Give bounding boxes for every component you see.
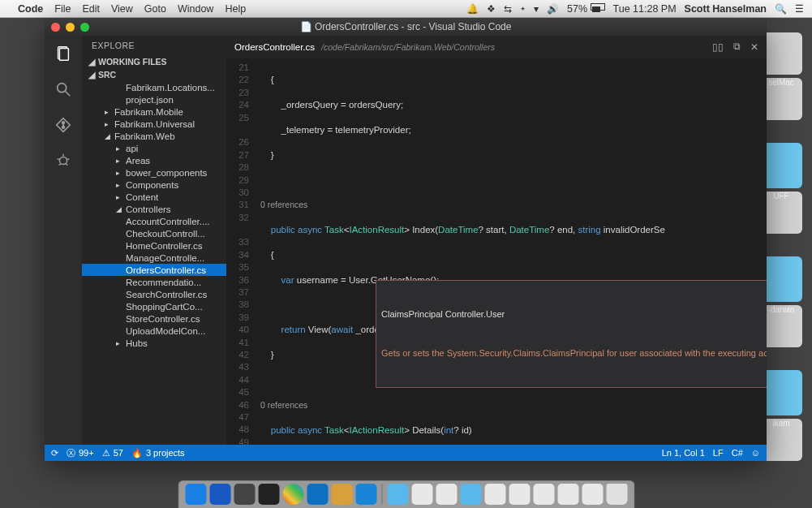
- file-item[interactable]: SearchController.cs: [82, 288, 226, 300]
- file-item[interactable]: Recommendatio...: [82, 276, 226, 288]
- dock-sublime-icon[interactable]: [331, 484, 352, 505]
- dock-finder-icon[interactable]: [185, 484, 206, 505]
- status-feedback-icon[interactable]: ☺: [751, 448, 760, 458]
- dock-doc-icon[interactable]: [436, 484, 457, 505]
- dock-folder-icon[interactable]: [387, 484, 408, 505]
- dock-doc-icon[interactable]: [411, 484, 432, 505]
- folder-item[interactable]: ▸Areas: [82, 154, 226, 166]
- status-warnings[interactable]: ⚠ 57: [102, 448, 123, 458]
- status-eol[interactable]: LF: [713, 448, 724, 458]
- battery-text[interactable]: 57%: [567, 2, 605, 15]
- dock-doc-icon[interactable]: [557, 484, 578, 505]
- volume-icon[interactable]: 🔊: [547, 3, 559, 15]
- tooltip-doc: Gets or sets the System.Security.Claims.…: [381, 347, 767, 359]
- menubar-app[interactable]: Code: [18, 3, 43, 15]
- sync-icon[interactable]: ⇆: [504, 3, 512, 15]
- file-item[interactable]: Fabrikam.Locations...: [82, 81, 226, 93]
- code-content[interactable]: { _ordersQuery = ordersQuery; _telemetry…: [256, 58, 767, 445]
- svg-rect-1: [59, 49, 68, 61]
- file-item[interactable]: ManageControlle...: [82, 252, 226, 264]
- notification-icon[interactable]: 🔔: [466, 3, 479, 15]
- file-item[interactable]: project.json: [82, 93, 226, 105]
- folder-item[interactable]: ▸api: [82, 142, 226, 154]
- dropbox-icon[interactable]: ❖: [487, 3, 496, 15]
- section-src[interactable]: ◢SRC: [82, 68, 226, 81]
- svg-line-11: [59, 164, 62, 166]
- git-icon[interactable]: [54, 115, 73, 135]
- file-item[interactable]: HomeController.cs: [82, 239, 226, 252]
- tab-active[interactable]: OrdersController.cs: [234, 42, 315, 52]
- menu-help[interactable]: Help: [225, 3, 246, 15]
- sidebar-title: EXPLORE: [82, 36, 226, 55]
- status-bar: ⟳ ⓧ 99+ ⚠ 57 🔥 3 projects Ln 1, Col 1 LF…: [45, 445, 767, 461]
- dock-vscode-icon[interactable]: [355, 484, 376, 505]
- dock-folder-icon[interactable]: [460, 484, 481, 505]
- folder-item[interactable]: ▸Components: [82, 179, 226, 191]
- dock-appstore-icon[interactable]: [209, 484, 230, 505]
- menu-edit[interactable]: Edit: [82, 3, 100, 15]
- vscode-window: 📄 OrdersController.cs - src - Visual Stu…: [45, 18, 767, 461]
- search-icon[interactable]: 🔍: [775, 3, 787, 15]
- minimize-icon[interactable]: [66, 23, 75, 32]
- sidebar: EXPLORE ◢WORKING FILES ◢SRC Fabrikam.Loc…: [82, 36, 226, 445]
- line-gutter: 2122232425262728293031323334353637383940…: [226, 58, 256, 445]
- tab-row: OrdersController.cs /code/Fabrikam/src/F…: [226, 36, 767, 58]
- folder-item[interactable]: ▸Fabrikam.Universal: [82, 118, 226, 130]
- maximize-icon[interactable]: [80, 23, 89, 32]
- editor: OrdersController.cs /code/Fabrikam/src/F…: [226, 36, 767, 445]
- section-working-files[interactable]: ◢WORKING FILES: [82, 55, 226, 68]
- file-item[interactable]: ShoppingCartCo...: [82, 300, 226, 312]
- mac-menubar[interactable]: Code File Edit View Goto Window Help 🔔 ❖…: [0, 0, 812, 18]
- svg-point-2: [58, 84, 67, 93]
- menu-view[interactable]: View: [111, 3, 133, 15]
- user-text[interactable]: Scott Hanselman: [685, 3, 767, 15]
- more-icon[interactable]: ⧉: [733, 41, 741, 53]
- folder-item[interactable]: ◢Controllers: [82, 203, 226, 215]
- close-tab-icon[interactable]: ✕: [750, 41, 758, 53]
- code-area[interactable]: 2122232425262728293031323334353637383940…: [226, 58, 767, 445]
- folder-item[interactable]: ▸Fabrikam.Mobile: [82, 105, 226, 118]
- dock-chrome-icon[interactable]: [282, 484, 303, 505]
- tab-path: /code/Fabrikam/src/Fabrikam.Web/Controll…: [321, 42, 495, 52]
- clock-text[interactable]: Tue 11:28 PM: [613, 3, 677, 15]
- wifi-icon[interactable]: ▾: [534, 3, 539, 15]
- svg-line-12: [66, 164, 68, 166]
- debug-icon[interactable]: [54, 151, 73, 170]
- tooltip-signature: ClaimsPrincipal Controller.User: [381, 308, 767, 321]
- status-sync-icon[interactable]: ⟳: [51, 448, 58, 458]
- file-item[interactable]: UploadModelCon...: [82, 325, 226, 337]
- split-icon[interactable]: ▯▯: [712, 41, 724, 53]
- menu-file[interactable]: File: [54, 3, 71, 15]
- status-lncol[interactable]: Ln 1, Col 1: [662, 448, 705, 458]
- svg-line-3: [66, 92, 71, 97]
- dock-doc-icon[interactable]: [484, 484, 505, 505]
- desktop-icons: selMac UFF -darwin ikam: [760, 32, 806, 484]
- file-item[interactable]: OrdersController.cs: [82, 264, 226, 276]
- status-projects[interactable]: 🔥 3 projects: [131, 448, 185, 458]
- status-errors[interactable]: ⓧ 99+: [67, 447, 94, 459]
- dock-app-icon[interactable]: [307, 484, 328, 505]
- list-icon[interactable]: ☰: [795, 3, 804, 15]
- menu-window[interactable]: Window: [178, 3, 213, 15]
- bluetooth-icon[interactable]: ᛭: [520, 3, 526, 15]
- dock-doc-icon[interactable]: [533, 484, 554, 505]
- close-icon[interactable]: [51, 23, 60, 32]
- explorer-icon[interactable]: [54, 44, 73, 63]
- file-item[interactable]: StoreController.cs: [82, 312, 226, 325]
- activity-bar: [45, 36, 82, 445]
- folder-item[interactable]: ▸bower_components: [82, 166, 226, 179]
- file-item[interactable]: CheckoutControll...: [82, 227, 226, 239]
- titlebar[interactable]: 📄 OrdersController.cs - src - Visual Stu…: [45, 18, 767, 36]
- status-lang[interactable]: C#: [732, 448, 743, 458]
- folder-item[interactable]: ▸Content: [82, 191, 226, 203]
- dock-trash-icon[interactable]: [606, 484, 627, 505]
- dock-terminal-icon[interactable]: [234, 484, 255, 505]
- menu-goto[interactable]: Goto: [144, 3, 166, 15]
- dock-doc-icon[interactable]: [582, 484, 603, 505]
- file-item[interactable]: AccountController....: [82, 215, 226, 227]
- dock-iterm-icon[interactable]: [258, 484, 279, 505]
- folder-item[interactable]: ◢Fabrikam.Web: [82, 130, 226, 142]
- dock-doc-icon[interactable]: [509, 484, 530, 505]
- folder-item[interactable]: ▸Hubs: [82, 337, 226, 349]
- search-icon[interactable]: [54, 80, 73, 99]
